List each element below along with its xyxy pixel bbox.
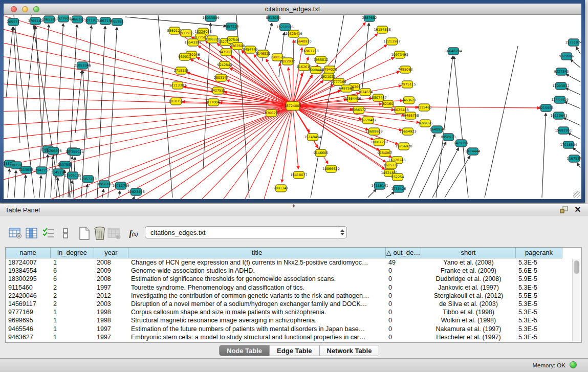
graph-node-label: 9091347 (274, 186, 289, 190)
node-table: namein_degreeyeartitle△ out_de…shortpage… (5, 247, 582, 343)
table-cell: 2 (51, 300, 94, 308)
graph-node-label: 9990444 (309, 68, 323, 72)
table-row[interactable]: 969969511998Structural magnetic resonanc… (6, 316, 574, 324)
vertical-scrollbar[interactable] (572, 259, 580, 341)
memory-status-label: Memory: OK (532, 362, 565, 368)
graph-node-label: 1733426 (391, 187, 406, 191)
tab-node-table[interactable]: Node Table (220, 345, 270, 356)
graph-node-label: 15148454 (304, 135, 321, 139)
table-row[interactable]: 946554611997Estimation of the future num… (6, 325, 574, 333)
new-document-icon[interactable] (77, 226, 92, 241)
network-graph[interactable]: 1872400718300295886012389129551822605891… (4, 15, 581, 199)
graph-edge (97, 26, 105, 198)
table-cell: Estimation of significance thresholds fo… (128, 275, 386, 283)
graph-node-label: 939011 (179, 55, 191, 59)
table-cell: 22420046 (6, 292, 51, 300)
graph-edge (577, 163, 580, 168)
graph-edge (24, 175, 26, 198)
float-window-icon[interactable] (559, 206, 569, 214)
graph-node-label: 17957223 (79, 177, 96, 181)
graph-edge (158, 15, 172, 198)
graph-edge (454, 56, 468, 198)
tab-network-table[interactable]: Network Table (320, 345, 379, 356)
scrollbar-thumb[interactable] (574, 260, 579, 274)
table-row[interactable]: 977716911998Corpus callosum shape and si… (6, 308, 574, 316)
table-row[interactable]: 911546021997Tourette syndrome. Phenomeno… (6, 283, 574, 292)
graph-node-label: 16210643 (550, 114, 567, 118)
table-cell: 2 (51, 292, 94, 300)
table-settings-icon[interactable] (8, 226, 23, 241)
table-cell: Embryonic stem cells: a model to study s… (128, 333, 386, 341)
table-cell: 0 (386, 267, 421, 275)
graph-node-label: 2887682 (362, 16, 377, 20)
graph-node-label: 9475685 (219, 50, 234, 54)
graph-node-label: 62160 (383, 102, 394, 106)
graph-node-label: 16640910 (294, 39, 311, 43)
graph-node-label: 9474444 (466, 149, 481, 154)
graph-node-label: 7955812 (314, 58, 329, 62)
graph-node-label: 16782759 (112, 184, 129, 188)
column-header-short[interactable]: short (421, 248, 516, 258)
table-cell: 1998 (94, 308, 128, 316)
graph-edge (386, 192, 395, 198)
graph-node-label: 1115686 (19, 168, 34, 172)
graph-node-label: 12093832 (552, 84, 569, 88)
table-cell: 6 (51, 267, 94, 275)
graph-node-label: 10866620 (322, 167, 339, 171)
delete-icon[interactable] (92, 226, 107, 241)
network-canvas[interactable]: 1872400718300295886012389129551822605891… (4, 15, 581, 199)
column-header-out_de[interactable]: △ out_de… (386, 248, 421, 258)
graph-node-label: 9184067 (378, 151, 393, 155)
table-cell: 2012 (94, 292, 128, 300)
table-cell: 1 (51, 333, 94, 341)
graph-edge (293, 40, 294, 106)
graph-edge (563, 118, 580, 125)
graph-node-label: 7986372 (352, 108, 366, 112)
graph-node-label: 1621022 (321, 75, 336, 79)
show-columns-icon[interactable] (24, 226, 39, 241)
graph-node-label: 14136141 (371, 184, 388, 188)
graph-edge (75, 71, 82, 133)
table-row[interactable]: 1456911722003Disruption of a novel membe… (6, 300, 574, 308)
table-tabs: Node Table Edge Table Network Table (219, 345, 379, 356)
split-pane-handle[interactable]: ▲▼ (290, 204, 298, 206)
graph-node-label: 7857224 (224, 25, 239, 29)
graph-edge (45, 155, 48, 198)
table-panel-title: Table Panel (5, 206, 40, 214)
table-cell: 49 (386, 258, 421, 267)
graph-node-label: 39159 (11, 163, 22, 167)
graph-node-label: 9463627 (402, 98, 417, 102)
table-cell: 0 (386, 325, 421, 333)
table-select-dropdown[interactable]: citations_edges.txt (145, 226, 347, 238)
graph-node-label: 16418077 (290, 173, 307, 177)
column-header-pagerank[interactable]: pagerank (516, 248, 562, 258)
table-cell: 5.3E-5 (516, 316, 562, 324)
table-cell: 0 (386, 275, 421, 283)
close-panel-icon[interactable]: ✕ (574, 205, 582, 214)
table-row[interactable]: 2242004622012Investigating the contribut… (6, 292, 574, 300)
graph-node-label: 16033809 (202, 16, 219, 20)
column-header-name[interactable]: name (6, 248, 51, 258)
function-builder-icon[interactable]: f(x) (126, 226, 141, 241)
table-cell: Wolkin et al. (1998) (421, 316, 516, 324)
delete-table-icon[interactable] (106, 226, 122, 241)
table-row[interactable]: 1938455462009Genome-wide association stu… (6, 267, 574, 275)
table-row[interactable]: 1872400712008Changes of HCN gene express… (6, 258, 574, 267)
table-cell: 5.3E-5 (516, 333, 562, 341)
select-rows-icon[interactable] (41, 226, 56, 241)
resize-grip[interactable] (573, 191, 580, 198)
column-chooser-icon[interactable] (58, 226, 73, 241)
tab-edge-table[interactable]: Edge Table (270, 345, 319, 356)
graph-edge (565, 88, 580, 95)
graph-node-label: 19218596 (276, 25, 293, 29)
table-cell: Yano et al. (2008) (421, 258, 516, 267)
column-header-in_degree[interactable]: in_degree (51, 248, 94, 258)
table-row[interactable]: 946362711997Embryonic stem cells: a mode… (6, 333, 574, 341)
column-header-year[interactable]: year (94, 248, 128, 258)
table-row[interactable]: 1830029562008Estimation of significance … (6, 275, 574, 283)
graph-edge (86, 184, 88, 198)
column-header-title[interactable]: title (128, 248, 386, 258)
graph-node-label: 18807299 (371, 140, 387, 144)
table-cell: 14569117 (6, 300, 51, 308)
network-window-titlebar[interactable]: citations_edges.txt (4, 4, 581, 15)
